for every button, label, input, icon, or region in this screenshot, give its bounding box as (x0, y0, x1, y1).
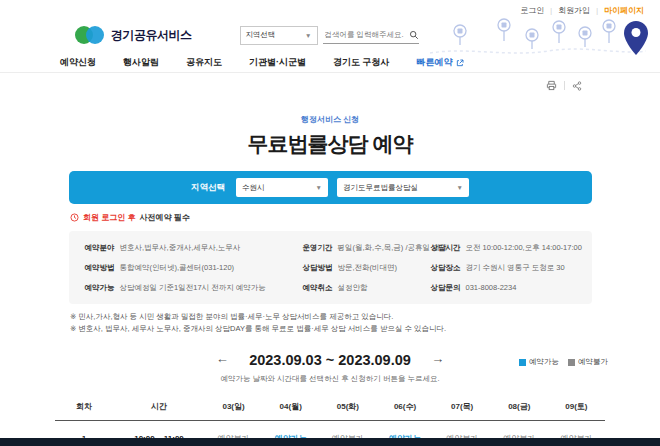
info-value: 상담예정일 기준1일전17시 전까지 예약가능 (120, 283, 266, 293)
legend-unavailable-label: 예약불가 (578, 357, 608, 367)
info-label: 상담장소 (431, 263, 461, 273)
nav-shared-map[interactable]: 공유지도 (186, 56, 222, 69)
col-header-day: 09(토) (548, 395, 605, 421)
search-icon[interactable] (409, 30, 419, 40)
info-item: 예약분야 변호사,법무사,중개사,세무사,노무사 (85, 243, 303, 253)
header-region-select[interactable]: 지역선택 ▼ (240, 26, 318, 45)
search-box (323, 26, 419, 44)
info-item: 예약방법 통합예약(인터넷),콜센터(031-120) (85, 263, 303, 273)
info-item: 상담시간 오전 10:00-12:00,오후 14:00-17:00 (431, 243, 582, 253)
login-notice-rest: 사전예약 필수 (139, 212, 189, 223)
info-label: 상담방법 (303, 263, 333, 273)
info-value: 031-8008-2234 (466, 283, 517, 292)
info-label: 예약가능 (85, 283, 115, 293)
info-label: 운영기간 (303, 243, 333, 253)
info-item: 상담장소 경기 수원시 영통구 도청로 30 (431, 263, 582, 273)
divider: | (596, 7, 598, 14)
info-label: 예약방법 (85, 263, 115, 273)
date-range: 2023.09.03 ~ 2023.09.09 (249, 352, 411, 368)
next-week-button[interactable]: → (431, 351, 444, 366)
info-value: 경기 수원시 영통구 도청로 30 (466, 263, 565, 273)
search-input[interactable] (323, 29, 409, 40)
col-header-day: 04(월) (262, 395, 319, 421)
available-swatch-icon (519, 359, 526, 366)
share-icon (572, 81, 582, 91)
printer-icon (546, 80, 557, 91)
map-pins-illustration (428, 17, 650, 65)
divider: | (550, 7, 552, 14)
login-notice: 회원 로그인 후 사전예약 필수 (70, 212, 660, 223)
signup-link[interactable]: 회원가입 (558, 5, 590, 16)
logo-icon (75, 25, 105, 45)
legend-available: 예약가능 (519, 357, 559, 367)
logo[interactable]: 경기공유서비스 (75, 25, 192, 45)
availability-legend: 예약가능 예약불가 (519, 357, 608, 367)
legend-unavailable: 예약불가 (568, 357, 608, 367)
footer-strip (0, 438, 660, 446)
info-item: 운영기간 평일(월,화,수,목,금) /공휴일 제외 (303, 243, 431, 253)
week-navigation: ← 2023.09.03 ~ 2023.09.09 → 예약가능 예약불가 (0, 351, 660, 369)
page-toolbar (0, 79, 660, 92)
region-filter-label: 지역선택 (191, 182, 225, 194)
footnotes: ※ 민사,가사,형사 등 시민 생활과 밀접한 분야의 법률·세무·노무 상담서… (70, 311, 660, 334)
login-notice-highlight: 회원 로그인 후 (83, 212, 135, 223)
col-header-time: 시간 (113, 395, 205, 421)
info-label: 상담시간 (431, 243, 461, 253)
info-item: 상담방법 방문,전화(비대면) (303, 263, 431, 273)
reservation-info-box: 예약분야 변호사,법무사,중개사,세무사,노무사 운영기간 평일(월,화,수,목… (69, 231, 592, 304)
region-filter-bar: 지역선택 수원시 ▼ 경기도무료법률상담실 ▼ (69, 171, 592, 204)
city-select-value: 수원시 (242, 183, 265, 193)
legend-available-label: 예약가능 (529, 357, 559, 367)
chevron-down-icon: ▼ (457, 184, 463, 191)
page-category: 행정서비스 신청 (0, 114, 660, 125)
info-item: 예약취소 설정안함 (303, 283, 431, 293)
nav-events[interactable]: 행사알림 (123, 56, 159, 69)
header-region-select-value: 지역선택 (246, 30, 276, 40)
logo-text: 경기공유서비스 (111, 27, 192, 44)
nav-reservation[interactable]: 예약신청 (60, 56, 96, 69)
page-title: 무료법률상담 예약 (0, 130, 660, 158)
scheduler-instruction: 예약가능 날짜와 시간대를 선택하신 후 신청하기 버튼을 누르세요. (0, 374, 660, 384)
nav-by-institution[interactable]: 기관별·시군별 (249, 56, 306, 69)
info-value: 변호사,법무사,중개사,세무사,노무사 (120, 243, 241, 253)
footnote-line: ※ 변호사, 법무사, 세무사 노무사, 중개사의 상담DAY를 통해 무료로 … (70, 323, 660, 335)
info-value: 통합예약(인터넷),콜센터(031-120) (120, 263, 235, 273)
info-label: 상담문의 (431, 283, 461, 293)
chevron-down-icon: ▼ (316, 184, 322, 191)
col-header-day: 03(일) (205, 395, 262, 421)
info-value: 방문,전화(비대면) (338, 263, 398, 273)
facility-select-value: 경기도무료법률상담실 (343, 183, 418, 193)
info-value: 설정안함 (338, 283, 368, 293)
unavailable-swatch-icon (568, 359, 575, 366)
info-label: 예약취소 (303, 283, 333, 293)
info-value: 오전 10:00-12:00,오후 14:00-17:00 (466, 243, 582, 253)
divider (564, 81, 565, 90)
login-link[interactable]: 로그인 (520, 5, 544, 16)
footnote-line: ※ 민사,가사,형사 등 시민 생활과 밀접한 분야의 법률·세무·노무 상담서… (70, 311, 660, 323)
info-label: 예약분야 (85, 243, 115, 253)
facility-select[interactable]: 경기도무료법률상담실 ▼ (337, 178, 469, 197)
city-select[interactable]: 수원시 ▼ (236, 178, 328, 197)
share-button[interactable] (572, 81, 582, 91)
col-header-day: 06(수) (376, 395, 433, 421)
chevron-down-icon: ▼ (305, 32, 311, 39)
print-button[interactable] (546, 80, 557, 91)
col-header-round: 회차 (55, 395, 113, 421)
clock-icon (70, 213, 79, 222)
utility-bar: 로그인 | 회원가입 | 마이페이지 (0, 0, 660, 15)
col-header-day: 05(화) (319, 395, 376, 421)
col-header-day: 08(금) (491, 395, 548, 421)
info-item: 예약가능 상담예정일 기준1일전17시 전까지 예약가능 (85, 283, 303, 293)
nav-provincial-building[interactable]: 경기도 구청사 (333, 56, 390, 69)
col-header-day: 07(목) (434, 395, 491, 421)
info-item: 상담문의 031-8008-2234 (431, 283, 582, 293)
prev-week-button[interactable]: ← (216, 351, 229, 366)
mypage-link[interactable]: 마이페이지 (604, 5, 644, 16)
header: 경기공유서비스 지역선택 ▼ (0, 15, 660, 53)
title-block: 행정서비스 신청 무료법률상담 예약 (0, 114, 660, 158)
table-header-row: 회차 시간 03(일) 04(월) 05(화) 06(수) 07(목) 08(금… (55, 395, 605, 421)
